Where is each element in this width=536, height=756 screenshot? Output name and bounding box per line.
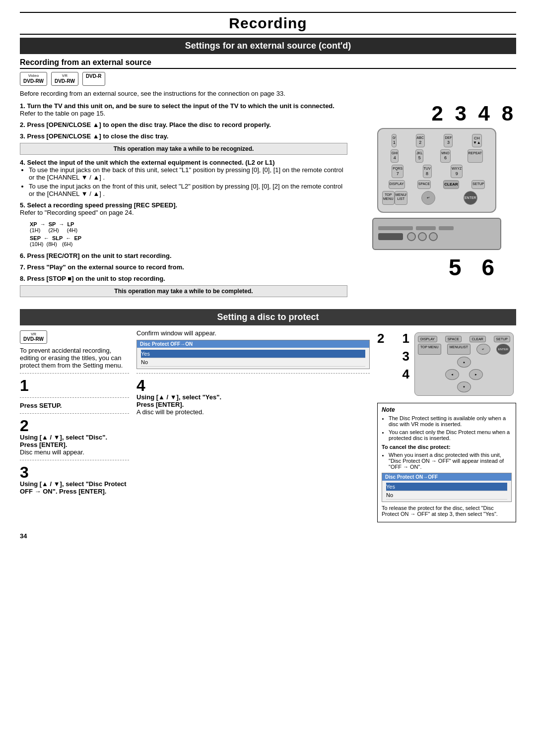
step-6: 6. Press [REC/OTR] on the unit to start … <box>20 252 347 259</box>
step-4: 4. Select the input of the unit which th… <box>20 159 347 197</box>
cancel-protect-bullet1: When you insert a disc protected with th… <box>389 452 512 470</box>
small-remote-protect: DISPLAY SPACE CLEAR SETUP TOP MENU MENU/… <box>414 332 514 396</box>
step5-text: Select a recording speed pressing [REC S… <box>27 201 177 209</box>
remote-btn-tuv[interactable]: TUV8 <box>423 165 432 178</box>
note-item-2: You can select only the Disc Protect men… <box>389 429 512 441</box>
dialog1-item-no[interactable]: No <box>141 358 365 367</box>
speed-diagram: XP→SP→LP (1H)(2H)(4H) SEP←SLP←EP (10H)(8… <box>20 221 347 247</box>
step3-text: Press [OPEN/CLOSE ▲] to close the disc t… <box>27 132 168 140</box>
rs-btn-return[interactable]: ↵ <box>476 344 490 355</box>
page-title: Recording <box>20 15 516 32</box>
step-5: 5. Select a recording speed pressing [RE… <box>20 201 347 216</box>
subsection1-title: Recording from an external source <box>20 58 516 69</box>
step4-text: Select the input of the unit which the e… <box>27 159 274 166</box>
remote-btn-repeat[interactable]: REPEAT <box>468 149 483 163</box>
rs-btn-menulist[interactable]: MENU/LIST <box>447 344 470 355</box>
remote-diagram: 0/1 ABC2 DEF3 CH▼▲ GHI4 JKL5 MNO6 REPEAT… <box>357 128 516 213</box>
remote-btn-wxyz[interactable]: WXYZ9 <box>451 165 463 178</box>
rs-btn-up[interactable]: ▲ <box>457 357 471 368</box>
callout-numbers-bottom: 5 6 <box>357 254 501 281</box>
dialog-protect-off-on: Disc Protect OFF→ON Yes No <box>136 340 370 369</box>
rs-btn-down[interactable]: ▼ <box>457 381 471 392</box>
protect-step2: 2 Using [▲ / ▼], select "Disc". Press [E… <box>20 418 129 456</box>
remote-btn-abc[interactable]: ABC2 <box>416 134 425 147</box>
remote-btn-mno[interactable]: MNO6 <box>440 149 450 163</box>
step-2: 2. Press [OPEN/CLOSE ▲] to open the disc… <box>20 121 347 128</box>
step3-num: 3. <box>20 132 25 140</box>
protect-step4-text: Using [▲ / ▼], select "Yes". Press [ENTE… <box>136 393 370 416</box>
protect-section: VR DVD-RW To prevent accidental recordin… <box>20 329 516 522</box>
rs-btn-right[interactable]: ► <box>469 369 483 380</box>
remote-btn-topmenu[interactable]: TOPMENU <box>382 191 395 205</box>
section1-header: Settings for an external source (cont'd) <box>20 38 516 54</box>
step3-note: This operation may take a while to be re… <box>20 143 347 155</box>
protect-intro: To prevent accidental recording, editing… <box>20 347 129 369</box>
step8-num: 8. <box>20 275 25 282</box>
protect-steps-left: VR DVD-RW To prevent accidental recordin… <box>20 329 129 522</box>
remote-btn-jkl[interactable]: JKL5 <box>415 149 423 163</box>
remote-btn-def[interactable]: DEF3 <box>444 134 453 147</box>
step8-text: Press [STOP ■] on the unit to stop recor… <box>27 275 165 282</box>
remote-btn-pqrs[interactable]: PQRS7 <box>392 165 403 178</box>
protect-callout-numbers: 2 1 3 4 <box>377 329 409 383</box>
step-3: 3. Press [OPEN/CLOSE ▲] to close the dis… <box>20 132 347 155</box>
cancel-protect-title: To cancel the disc protect: <box>382 444 451 450</box>
dialog1-title: Disc Protect OFF→ON <box>137 340 369 348</box>
step7-num: 7. <box>20 263 25 271</box>
disc-badge-vr-dvdrw: VR DVD-RW <box>51 72 78 86</box>
disc-badge-vr-dvdrw2: VR DVD-RW <box>20 330 47 344</box>
step5-num: 5. <box>20 201 25 209</box>
remote-btn-return[interactable]: ↵ <box>421 191 435 205</box>
rs-btn-left[interactable]: ◄ <box>445 369 459 380</box>
protect-step3: 3 Using [▲ / ▼], select "Disc Protect OF… <box>20 464 129 495</box>
page-title-section: Recording <box>20 12 516 35</box>
remote-btn-enter[interactable]: ENTER <box>464 191 477 205</box>
step5-sub: Refer to "Recording speed" on page 24. <box>20 209 347 216</box>
section2-header: Setting a disc to protect <box>20 309 516 325</box>
step-8: 8. Press [STOP ■] on the unit to stop re… <box>20 275 347 297</box>
step2-text: Press [OPEN/CLOSE ▲] to open the disc tr… <box>27 121 270 128</box>
step-1: 1. Turn the TV and this unit on, and be … <box>20 102 347 117</box>
remote-btn-ch[interactable]: CH▼▲ <box>472 134 482 147</box>
note-title: Note <box>382 406 512 413</box>
rs-btn-topmenu[interactable]: TOP MENU <box>418 344 441 355</box>
remote-btn-setup[interactable]: SETUP <box>471 180 485 189</box>
rs-btn-setup[interactable]: SETUP <box>494 336 510 342</box>
step6-num: 6. <box>20 252 25 259</box>
dialog2-item-no[interactable]: No <box>386 491 507 500</box>
rs-btn-space[interactable]: SPACE <box>445 336 462 342</box>
step1-text: Turn the TV and this unit on, and be sur… <box>27 102 334 110</box>
remote-btn-space[interactable]: SPACE <box>417 180 431 189</box>
note-box: Note The Disc Protect setting is availab… <box>377 403 516 522</box>
step1-num: 1. <box>20 102 25 110</box>
step1-sub: Refer to the table on page 15. <box>20 110 347 117</box>
step-7: 7. Press "Play" on the external source t… <box>20 263 347 271</box>
dialog2-item-yes[interactable]: Yes <box>386 483 507 491</box>
note-item-1: The Disc Protect setting is available on… <box>389 415 512 427</box>
callout-numbers-top: 2 3 4 8 <box>432 102 516 125</box>
dialog1-item-yes[interactable]: Yes <box>141 350 365 358</box>
rs-btn-clear[interactable]: CLEAR <box>469 336 486 342</box>
protect-right: 2 1 3 4 DISPLAY SPACE CLEAR SETUP <box>377 329 516 522</box>
diagram-column: 2 3 4 8 0/1 ABC2 DEF3 CH▼▲ GHI4 JKL5 MNO… <box>357 102 516 301</box>
page-number: 34 <box>20 532 516 540</box>
step4-bullet2: To use the input jacks on the front of t… <box>29 183 347 197</box>
rs-btn-enter[interactable]: ENTER <box>496 344 510 355</box>
step7-text: Press "Play" on the external source to r… <box>27 263 184 271</box>
remote-btn-display[interactable]: DISPLAY <box>389 180 405 189</box>
protect-step4: 4 Using [▲ / ▼], select "Yes". Press [EN… <box>136 378 370 416</box>
step8-note: This operation may take a while to be co… <box>20 285 347 297</box>
remote-btn-ghi[interactable]: GHI4 <box>391 149 399 163</box>
recorder-diagram <box>357 218 516 250</box>
remote-btn-clear[interactable]: CLEAR <box>443 180 459 189</box>
protect-steps-mid: Confirm window will appear. Disc Protect… <box>136 329 370 522</box>
protect-step2-text: Using [▲ / ▼], select "Disc". Press [ENT… <box>20 434 129 456</box>
steps-column: 1. Turn the TV and this unit on, and be … <box>20 102 347 301</box>
remote-btn-menulist[interactable]: MENU/LIST <box>395 191 408 205</box>
confirm-text: Confirm window will appear. <box>136 329 370 337</box>
remote-btn-0slash[interactable]: 0/1 <box>392 134 397 147</box>
disc-badge-dvdr: DVD-R <box>82 72 105 86</box>
disc-badge-video-dvdrw: Video DVD-RW <box>20 72 47 86</box>
rs-btn-display[interactable]: DISPLAY <box>418 336 437 342</box>
protect-step1: 1 Press SETUP. <box>20 378 129 409</box>
